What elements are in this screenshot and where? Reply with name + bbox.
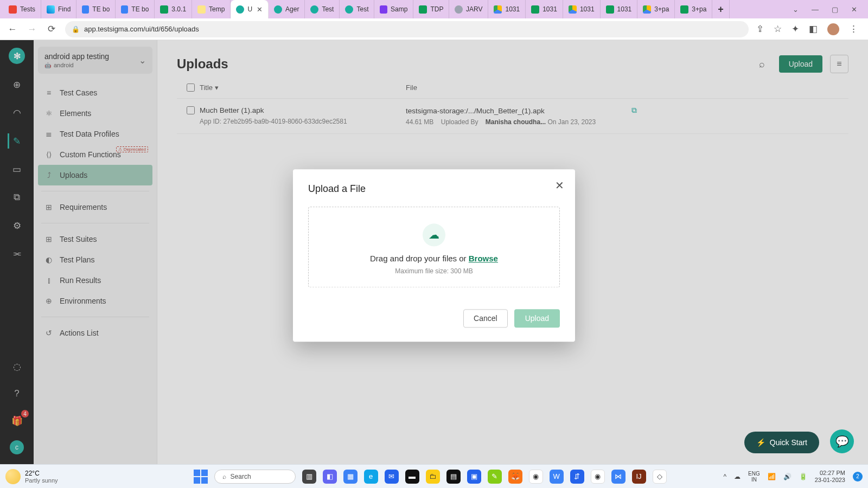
intellij-icon[interactable]: IJ bbox=[632, 470, 646, 484]
cancel-button[interactable]: Cancel bbox=[463, 309, 508, 328]
onedrive-icon[interactable]: ☁ bbox=[734, 473, 741, 480]
notification-badge[interactable]: 2 bbox=[853, 472, 863, 481]
browser-tab[interactable]: Temp bbox=[192, 0, 231, 18]
edge-icon[interactable]: e bbox=[364, 470, 378, 484]
extensions-icon[interactable]: ✦ bbox=[792, 23, 799, 35]
language-indicator[interactable]: ENGIN bbox=[748, 471, 760, 483]
battery-icon[interactable]: 🔋 bbox=[799, 473, 807, 480]
url-text: app.testsigma.com/ui/td/656/uploads bbox=[84, 25, 199, 33]
browser-tab[interactable]: TDP bbox=[413, 0, 449, 18]
lock-icon: 🔒 bbox=[72, 25, 80, 33]
notepad-icon[interactable]: ▤ bbox=[446, 470, 461, 484]
tab-label: TDP bbox=[430, 5, 443, 13]
url-input[interactable]: 🔒 app.testsigma.com/ui/td/656/uploads bbox=[65, 21, 749, 37]
quick-start-button[interactable]: ⚡Quick Start bbox=[744, 432, 819, 453]
forward-icon[interactable]: → bbox=[26, 24, 38, 35]
browse-link[interactable]: Browse bbox=[469, 254, 498, 263]
sidepanel-icon[interactable]: ◧ bbox=[809, 23, 818, 35]
word-icon[interactable]: W bbox=[550, 470, 564, 484]
tab-label: 1031 bbox=[505, 5, 520, 13]
taskbar-app-1[interactable]: ◧ bbox=[323, 470, 337, 484]
bookmark-icon[interactable]: ☆ bbox=[774, 23, 782, 35]
tab-label: JARV bbox=[466, 5, 482, 13]
dropzone-note: Maximum file size: 300 MB bbox=[314, 267, 554, 275]
tab-label: Ager bbox=[285, 5, 299, 13]
tab-close-icon[interactable]: ✕ bbox=[257, 5, 263, 14]
zoom-icon[interactable]: ▣ bbox=[467, 470, 481, 484]
tab-label: U bbox=[247, 5, 252, 13]
favicon bbox=[606, 5, 614, 14]
modal-upload-button[interactable]: Upload bbox=[514, 309, 560, 328]
taskbar-app-4[interactable]: ⇵ bbox=[570, 470, 584, 484]
tab-label: 1031 bbox=[580, 5, 595, 13]
tabs-dropdown-icon[interactable]: ⌄ bbox=[793, 5, 799, 14]
favicon bbox=[680, 5, 688, 14]
browser-tab[interactable]: 1031 bbox=[488, 0, 526, 18]
taskbar-search[interactable]: ⌕Search bbox=[214, 470, 296, 484]
task-view-icon[interactable]: ▥ bbox=[302, 470, 316, 484]
clock[interactable]: 02:27 PM23-01-2023 bbox=[815, 470, 845, 484]
browser-tab[interactable]: Samp bbox=[374, 0, 413, 18]
tray-chevron-icon[interactable]: ^ bbox=[723, 473, 726, 480]
chrome-icon[interactable]: ◉ bbox=[529, 470, 543, 484]
browser-tab[interactable]: Find bbox=[41, 0, 76, 18]
upload-modal: Upload a File ✕ ☁ Drag and drop your fil… bbox=[293, 169, 575, 342]
minimize-icon[interactable]: ― bbox=[812, 5, 819, 14]
weather-widget[interactable]: 22°C Partly sunny bbox=[5, 469, 58, 484]
favicon bbox=[274, 5, 282, 14]
profile-avatar[interactable] bbox=[827, 23, 839, 35]
start-button[interactable] bbox=[194, 470, 208, 484]
explorer-icon[interactable]: 🗀 bbox=[426, 470, 440, 484]
favicon bbox=[531, 5, 539, 14]
mail-icon[interactable]: ✉ bbox=[385, 470, 399, 484]
chat-fab[interactable]: 💬 bbox=[830, 429, 854, 453]
weather-desc: Partly sunny bbox=[25, 477, 58, 484]
browser-tab[interactable]: JARV bbox=[449, 0, 488, 18]
favicon bbox=[236, 5, 244, 14]
chrome2-icon[interactable]: ◉ bbox=[591, 470, 605, 484]
close-icon[interactable]: ✕ bbox=[555, 179, 564, 192]
browser-tab[interactable]: Ager bbox=[269, 0, 305, 18]
browser-tab[interactable]: 1031 bbox=[526, 0, 563, 18]
tab-label: TE bo bbox=[92, 5, 110, 13]
app-viewport: ✻ ⊕ ◠ ✎ ▭ ⧉ ⚙ ⫘ ◌ ? 🎁 c android app test… bbox=[0, 40, 868, 464]
reload-icon[interactable]: ⟳ bbox=[46, 23, 58, 35]
close-window-icon[interactable]: ✕ bbox=[851, 5, 857, 14]
browser-tab[interactable]: TE bo bbox=[76, 0, 116, 18]
firefox-icon[interactable]: 🦊 bbox=[508, 470, 522, 484]
tab-label: Find bbox=[58, 5, 71, 13]
browser-tab[interactable]: 3+pa bbox=[675, 0, 712, 18]
volume-icon[interactable]: 🔊 bbox=[783, 473, 792, 480]
tab-label: 3.0.1 bbox=[171, 5, 186, 13]
new-tab-button[interactable]: + bbox=[712, 0, 730, 18]
wifi-icon[interactable]: 📶 bbox=[768, 473, 776, 480]
browser-tab[interactable]: Tests bbox=[3, 0, 41, 18]
browser-tab[interactable]: 3+pa bbox=[637, 0, 675, 18]
share-icon[interactable]: ⇪ bbox=[756, 23, 764, 35]
kebab-menu-icon[interactable]: ⋮ bbox=[849, 23, 858, 35]
dropzone-text: Drag and drop your files or Browse bbox=[314, 254, 554, 263]
file-dropzone[interactable]: ☁ Drag and drop your files or Browse Max… bbox=[308, 207, 560, 287]
maximize-icon[interactable]: ▢ bbox=[832, 5, 838, 14]
favicon bbox=[569, 5, 577, 14]
vscode-icon[interactable]: ⋈ bbox=[611, 470, 626, 484]
browser-tab[interactable]: 3.0.1 bbox=[155, 0, 192, 18]
window-controls: ⌄ ― ▢ ✕ bbox=[782, 0, 868, 18]
tab-label: Test bbox=[322, 5, 334, 13]
browser-tab[interactable]: U✕ bbox=[231, 0, 269, 18]
weather-icon bbox=[5, 469, 21, 484]
taskbar-app-3[interactable]: ✎ bbox=[488, 470, 502, 484]
taskbar-app-5[interactable]: ◇ bbox=[653, 470, 667, 484]
browser-tab[interactable]: 1031 bbox=[563, 0, 601, 18]
browser-tab[interactable]: Test bbox=[305, 0, 340, 18]
modal-title: Upload a File bbox=[308, 183, 560, 195]
terminal-icon[interactable]: ▬ bbox=[405, 470, 419, 484]
browser-tab[interactable]: 1031 bbox=[601, 0, 638, 18]
tab-label: 3+pa bbox=[692, 5, 706, 13]
browser-tab[interactable]: Test bbox=[340, 0, 374, 18]
favicon bbox=[121, 5, 128, 14]
tab-label: Samp bbox=[391, 5, 407, 13]
taskbar-app-2[interactable]: ▦ bbox=[343, 470, 358, 484]
browser-tab[interactable]: TE bo bbox=[116, 0, 155, 18]
back-icon[interactable]: ← bbox=[7, 24, 18, 35]
